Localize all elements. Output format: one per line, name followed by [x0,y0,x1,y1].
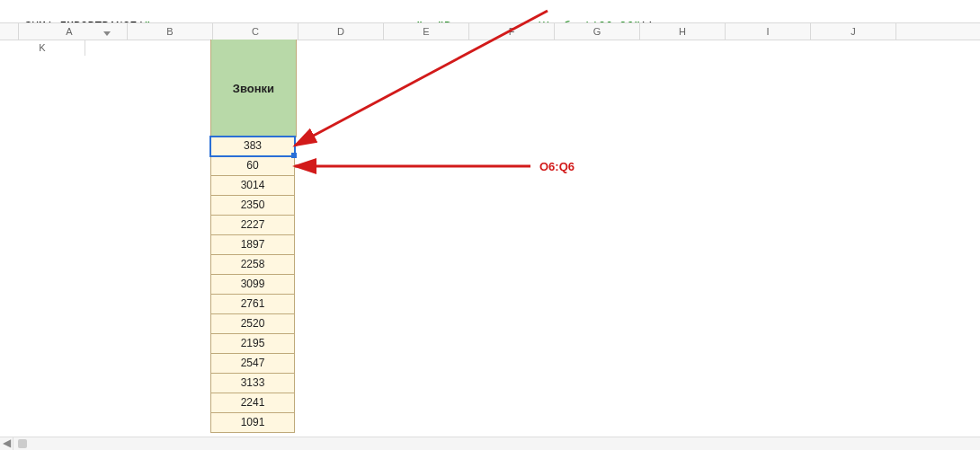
data-column-header-label: Звонки [233,82,274,95]
column-header-j[interactable]: J [811,23,896,40]
table-row[interactable]: 2195 [210,334,295,354]
data-column: 3836030142350222718972258309927612520219… [210,137,295,433]
scroll-thumb[interactable] [18,439,27,448]
table-row[interactable]: 3014 [210,176,295,196]
table-row[interactable]: 2227 [210,216,295,235]
column-header-g[interactable]: G [555,23,640,40]
table-row[interactable]: 2350 [210,196,295,216]
annotation-lines [0,0,980,450]
table-row[interactable]: 2520 [210,314,295,334]
horizontal-scrollbar[interactable]: ◀ [0,437,980,450]
table-row[interactable]: 2241 [210,393,295,413]
table-row[interactable]: 383 [210,137,295,156]
column-header-e[interactable]: E [384,23,469,40]
selection-handle[interactable] [291,153,297,158]
annotation-label: O6:Q6 [539,160,575,173]
filter-dropdown-icon[interactable] [103,31,111,36]
column-header-c[interactable]: C [213,23,298,40]
column-header-f[interactable]: F [469,23,555,40]
table-row[interactable]: 2547 [210,354,295,374]
column-header-d[interactable]: D [298,23,384,40]
table-row[interactable]: 3099 [210,275,295,295]
data-column-header[interactable]: Звонки [210,40,297,137]
row-gutter [0,23,19,40]
column-header-h[interactable]: H [640,23,726,40]
column-header-k[interactable]: K [0,40,85,56]
column-header-a[interactable]: A [19,23,128,40]
scroll-left-button[interactable]: ◀ [0,437,13,450]
table-row[interactable]: 3133 [210,374,295,393]
table-row[interactable]: 60 [210,156,295,176]
table-row[interactable]: 2761 [210,295,295,314]
table-row[interactable]: 2258 [210,255,295,275]
formula-bar[interactable]: =SUM( IMPORTRANGE("", "Все контакты (Ноя… [4,3,655,19]
table-row[interactable]: 1091 [210,413,295,433]
column-header-i[interactable]: I [726,23,811,40]
table-row[interactable]: 1897 [210,235,295,255]
column-headers: ABCDEFGHIJK [0,22,980,40]
column-header-b[interactable]: B [128,23,213,40]
